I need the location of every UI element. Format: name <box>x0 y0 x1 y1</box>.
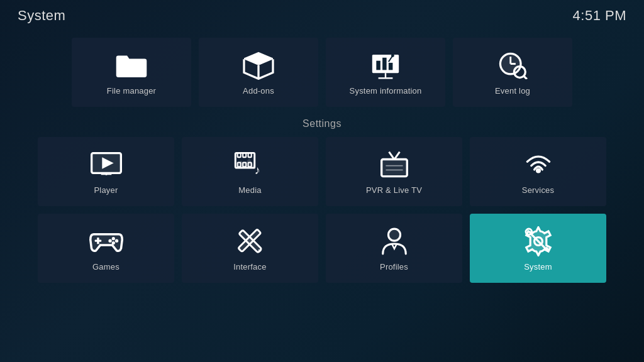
games-icon <box>89 227 124 256</box>
tile-system[interactable]: System <box>470 214 606 283</box>
svg-point-40 <box>111 237 114 240</box>
tile-system-information-label: System information <box>350 86 422 96</box>
svg-point-42 <box>111 241 114 244</box>
tile-interface[interactable]: Interface <box>182 214 318 283</box>
svg-point-50 <box>388 229 400 241</box>
tile-media-label: Media <box>238 185 261 195</box>
main-content: File manager Add-ons <box>0 31 644 362</box>
svg-rect-26 <box>248 153 251 157</box>
svg-point-43 <box>108 239 111 242</box>
tile-profiles[interactable]: Profiles <box>326 214 462 283</box>
app-title: System <box>18 8 65 24</box>
tile-add-ons[interactable]: Add-ons <box>199 38 318 107</box>
media-icon: ♪ <box>233 150 268 179</box>
tile-file-manager[interactable]: File manager <box>72 38 191 107</box>
svg-point-41 <box>114 239 118 242</box>
tile-games-label: Games <box>92 262 119 272</box>
svg-rect-39 <box>94 239 101 241</box>
settings-grid: Player ♪ Media <box>38 137 606 283</box>
system-icon <box>521 227 556 256</box>
file-manager-icon <box>114 51 149 80</box>
tile-system-information[interactable]: System information <box>326 38 445 107</box>
tile-add-ons-label: Add-ons <box>243 86 274 96</box>
svg-point-13 <box>500 53 521 74</box>
clock: 4:51 PM <box>573 8 626 24</box>
tile-pvr-live-tv-label: PVR & Live TV <box>366 185 422 195</box>
tile-profiles-label: Profiles <box>380 262 408 272</box>
tile-file-manager-label: File manager <box>107 86 156 96</box>
tile-media[interactable]: ♪ Media <box>182 137 318 206</box>
tile-player-label: Player <box>94 185 118 195</box>
pvr-live-tv-icon <box>377 150 412 179</box>
svg-point-11 <box>391 54 394 57</box>
svg-rect-25 <box>243 153 246 157</box>
top-tiles-row: File manager Add-ons <box>38 38 606 107</box>
profiles-icon <box>377 227 412 256</box>
svg-rect-9 <box>389 62 393 69</box>
add-ons-icon <box>241 51 276 80</box>
tile-games[interactable]: Games <box>38 214 174 283</box>
tile-interface-label: Interface <box>233 262 266 272</box>
svg-rect-24 <box>237 153 240 157</box>
tile-pvr-live-tv[interactable]: PVR & Live TV <box>326 137 462 206</box>
svg-rect-7 <box>376 60 380 70</box>
tile-services-label: Services <box>522 185 554 195</box>
header: System 4:51 PM <box>0 0 644 31</box>
tile-event-log[interactable]: Event log <box>453 38 572 107</box>
player-icon <box>89 150 124 179</box>
tile-services[interactable]: Services <box>470 137 606 206</box>
tile-event-log-label: Event log <box>495 86 530 96</box>
settings-label: Settings <box>38 118 606 129</box>
tile-player[interactable]: Player <box>38 137 174 206</box>
svg-line-17 <box>524 76 527 79</box>
svg-line-34 <box>394 151 399 159</box>
svg-text:♪: ♪ <box>254 163 260 177</box>
svg-line-33 <box>389 151 394 159</box>
event-log-icon <box>495 51 530 80</box>
svg-rect-32 <box>381 159 407 176</box>
tile-system-label: System <box>524 262 552 272</box>
services-icon <box>521 150 556 179</box>
interface-icon <box>233 227 268 256</box>
system-information-icon <box>368 51 403 80</box>
svg-rect-8 <box>382 57 387 70</box>
svg-point-37 <box>536 168 541 173</box>
